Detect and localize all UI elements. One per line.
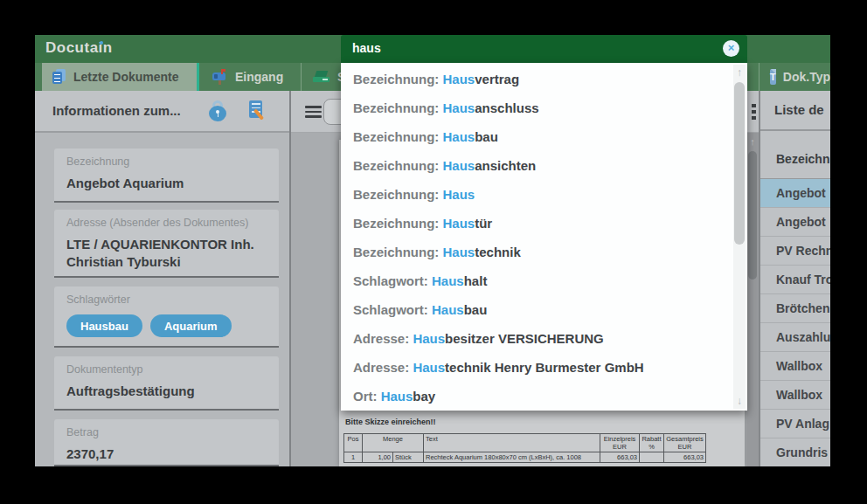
close-icon[interactable]: × [723, 40, 739, 57]
table-cell: 1 [343, 452, 363, 463]
mailbox-icon [212, 69, 228, 85]
field-label: Schlagwörter [66, 293, 267, 306]
field-label: Adresse (Absender des Dokumentes) [66, 217, 267, 229]
hamburger-menu-icon[interactable] [305, 106, 322, 118]
suggestion-suffix: technik [475, 245, 521, 259]
table-header-cell: Einzelpreis EUR [600, 433, 640, 452]
field-dokumententyp[interactable]: Dokumententyp Auftragsbestätigung [54, 356, 279, 411]
suggestion-prefix: Bezeichnung: [353, 129, 443, 144]
suggestion-suffix: halt [464, 273, 488, 288]
docutain-logo: Docutain [45, 39, 113, 57]
tab-dok-typ[interactable]: T Dok.Typ [759, 63, 830, 91]
tab-label: Letzte Dokumente [73, 70, 179, 84]
suggestion-match: Haus [432, 302, 464, 317]
suggestion-item[interactable]: Schlagwort: Hausbau [341, 295, 747, 324]
field-value: LTE / AQUARIENKONTOR Inh. Christian Tybu… [66, 236, 267, 272]
search-query[interactable]: haus [352, 41, 381, 55]
suggestion-suffix: bau [464, 302, 488, 317]
list-item[interactable]: PV Rechn [760, 237, 830, 266]
list-item[interactable]: Angebot [760, 179, 830, 208]
field-label: Betrag [66, 426, 267, 438]
table-cell: 663,03 [600, 452, 640, 463]
left-panel-header: Informationen zum... [35, 91, 289, 133]
suggestion-item[interactable]: Ort: Hausbay [341, 382, 747, 411]
suggestion-prefix: Adresse: [353, 331, 413, 346]
suggestion-suffix: tür [475, 216, 492, 231]
tab-label: Eingang [235, 70, 283, 84]
suggestion-match: Haus [443, 216, 475, 231]
suggestion-panel: Bezeichnung: HausvertragBezeichnung: Hau… [341, 63, 747, 411]
table-cell: Rechteck Aquarium 180x80x70 cm (LxBxH), … [424, 452, 600, 463]
scrollbar-thumb[interactable] [748, 151, 757, 280]
suggestion-match: Haus [443, 72, 475, 86]
keyword-chip[interactable]: Aquarium [150, 314, 232, 337]
suggestion-item[interactable]: Bezeichnung: Hausanschluss [341, 93, 747, 122]
documents-icon [52, 69, 66, 85]
suggestion-item[interactable]: Adresse: Haustechnik Henry Burmester Gmb… [341, 353, 747, 382]
table-header-cell: Pos [343, 433, 363, 452]
list-item[interactable]: Wallbox [760, 381, 830, 410]
table-header-row: Pos Menge Text Einzelpreis EUR Rabatt % … [343, 433, 706, 452]
document-note: Bitte Skizze einreichen!! [345, 418, 436, 426]
list-title: Liste de [774, 102, 824, 117]
list-item[interactable]: Auszahlu [760, 323, 830, 352]
suggestion-prefix: Adresse: [353, 360, 413, 375]
suggestion-item[interactable]: Bezeichnung: Hausbau [341, 122, 747, 151]
document-list: AngebotAngebotPV RechnKnauf TroBrötchenA… [760, 179, 830, 466]
suggestion-match: Haus [443, 129, 475, 144]
list-item[interactable]: Knauf Tro [760, 266, 830, 294]
scrollbar-thumb[interactable] [734, 82, 745, 245]
suggestion-suffix: besitzer VERSICHERUNG [445, 331, 604, 346]
suggestion-match: Haus [443, 187, 475, 202]
document-list-panel: Liste de Bezeichn AngebotAngebotPV Rechn… [759, 91, 830, 466]
suggestion-prefix: Bezeichnung: [353, 245, 443, 259]
suggestion-suffix: anschluss [475, 100, 538, 115]
list-item[interactable]: Angebot [760, 208, 830, 237]
doc-type-icon: T [770, 69, 776, 85]
suggestion-item[interactable]: Bezeichnung: Hausvertrag [341, 65, 747, 93]
list-item[interactable]: PV Anlag [760, 410, 830, 438]
column-header-bezeichnung[interactable]: Bezeichn [760, 131, 830, 179]
field-adresse[interactable]: Adresse (Absender des Dokumentes) LTE / … [54, 210, 279, 278]
invoice-table: Pos Menge Text Einzelpreis EUR Rabatt % … [343, 433, 706, 463]
field-betrag[interactable]: Betrag 2370,17 [54, 419, 279, 466]
suggestion-match: Haus [443, 100, 475, 115]
scroll-up-icon[interactable]: ↑ [733, 66, 746, 79]
suggestion-match: Haus [432, 273, 464, 288]
kebab-menu-icon[interactable] [752, 104, 756, 120]
table-cell: 663,03 [664, 452, 706, 463]
field-value: Auftragsbestätigung [66, 383, 267, 400]
list-panel-header: Liste de [760, 91, 830, 131]
field-value: 2370,17 [66, 445, 267, 463]
table-cell: 1,00 [363, 452, 393, 463]
viewer-scrollbar[interactable]: ↑ [746, 133, 759, 466]
suggestion-item[interactable]: Adresse: Hausbesitzer VERSICHERUNG [341, 324, 747, 353]
field-schlagwoerter[interactable]: Schlagwörter Hausbau Aquarium [54, 287, 279, 348]
search-bar[interactable]: haus × [341, 35, 747, 63]
keywords-chips: Hausbau Aquarium [66, 314, 267, 337]
left-panel: Informationen zum... Bezeichnung Angebot… [35, 91, 291, 466]
field-bezeichnung[interactable]: Bezeichnung Angebot Aquarium [54, 148, 279, 203]
suggestion-item[interactable]: Bezeichnung: Haus [341, 180, 747, 209]
suggestion-item[interactable]: Bezeichnung: Haustür [341, 209, 747, 238]
table-cell: Stück [393, 452, 424, 463]
keyword-chip[interactable]: Hausbau [66, 314, 142, 337]
suggestion-item[interactable]: Bezeichnung: Hausansichten [341, 151, 747, 180]
suggestion-match: Haus [413, 360, 445, 375]
tab-eingang[interactable]: Eingang [202, 63, 302, 91]
list-item[interactable]: Wallbox [760, 352, 830, 381]
left-panel-title: Informationen zum... [52, 103, 181, 118]
suggestion-item[interactable]: Schlagwort: Haushalt [341, 266, 747, 295]
suggestion-prefix: Ort: [353, 389, 381, 404]
tab-letzte-dokumente[interactable]: Letzte Dokumente [42, 63, 199, 91]
suggestion-suffix: bay [413, 389, 435, 404]
suggestion-prefix: Bezeichnung: [353, 187, 443, 202]
scroll-up-icon[interactable]: ↑ [746, 136, 759, 147]
suggestion-item[interactable]: Bezeichnung: Haustechnik [341, 238, 747, 266]
suggestion-match: Haus [413, 331, 445, 346]
scroll-down-icon[interactable]: ↓ [733, 395, 746, 407]
list-item[interactable]: Brötchen [760, 294, 830, 323]
table-row: 1 1,00 Stück Rechteck Aquarium 180x80x70… [343, 452, 706, 463]
list-item[interactable]: Grundris [760, 438, 830, 466]
suggestion-prefix: Bezeichnung: [353, 100, 443, 115]
